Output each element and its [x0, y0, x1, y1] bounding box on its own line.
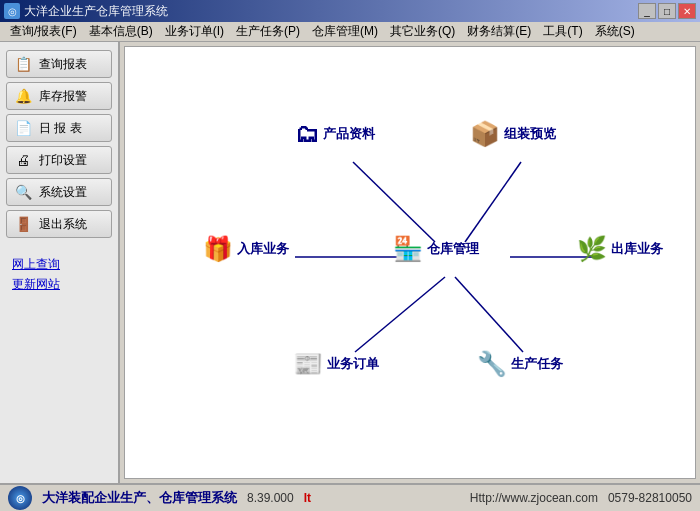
status-bar: ◎ 大洋装配企业生产、仓库管理系统 8.39.000 It Http://www…	[0, 483, 700, 511]
outbound-ops-icon: 🌿	[577, 237, 607, 261]
menu-item[interactable]: 业务订单(I)	[159, 21, 230, 42]
warehouse-mgmt-icon: 🏪	[393, 237, 423, 261]
svg-line-4	[355, 277, 445, 352]
status-it: It	[304, 491, 311, 505]
sidebar-link-update-site[interactable]: 更新网站	[12, 274, 106, 294]
status-version: 8.39.000	[247, 491, 294, 505]
query-report-label: 查询报表	[39, 56, 87, 73]
title-bar: ◎ 大洋企业生产仓库管理系统 _ □ ✕	[0, 0, 700, 22]
system-settings-label: 系统设置	[39, 184, 87, 201]
status-phone: 0579-82810050	[608, 491, 692, 505]
node-production-task[interactable]: 🔧 生产任务	[477, 352, 563, 376]
inventory-alert-label: 库存报警	[39, 88, 87, 105]
svg-line-0	[353, 162, 435, 242]
minimize-button[interactable]: _	[638, 3, 656, 19]
production-task-label: 生产任务	[511, 355, 563, 373]
node-assembly-preview[interactable]: 📦 组装预览	[470, 122, 556, 146]
sidebar-btn-daily-report[interactable]: 📄日 报 表	[6, 114, 112, 142]
exit-system-label: 退出系统	[39, 216, 87, 233]
node-inbound-ops[interactable]: 🎁 入库业务	[203, 237, 289, 261]
app-icon: ◎	[4, 3, 20, 19]
sidebar-btn-print-settings[interactable]: 🖨打印设置	[6, 146, 112, 174]
assembly-preview-icon: 📦	[470, 122, 500, 146]
node-outbound-ops[interactable]: 🌿 出库业务	[577, 237, 663, 261]
window-controls: _ □ ✕	[638, 3, 696, 19]
node-warehouse-mgmt[interactable]: 🏪 仓库管理	[393, 237, 479, 261]
sidebar-btn-system-settings[interactable]: 🔍系统设置	[6, 178, 112, 206]
sidebar-links: 网上查询更新网站	[6, 250, 112, 298]
sidebar: 📋查询报表🔔库存报警📄日 报 表🖨打印设置🔍系统设置🚪退出系统网上查询更新网站	[0, 42, 120, 483]
menu-item[interactable]: 查询/报表(F)	[4, 21, 83, 42]
sidebar-btn-query-report[interactable]: 📋查询报表	[6, 50, 112, 78]
diagram-panel: 🗂 产品资料 📦 组装预览 🏪 仓库管理 🎁 入库业务 🌿 出库业务 📰 业务订…	[124, 46, 696, 479]
status-logo: ◎	[8, 486, 32, 510]
production-task-icon: 🔧	[477, 352, 507, 376]
print-settings-label: 打印设置	[39, 152, 87, 169]
diagram-lines	[125, 47, 695, 478]
product-info-label: 产品资料	[323, 125, 375, 143]
status-url: Http://www.zjocean.com	[470, 491, 598, 505]
system-settings-icon: 🔍	[13, 183, 33, 201]
menu-item[interactable]: 财务结算(E)	[461, 21, 537, 42]
svg-line-5	[455, 277, 523, 352]
maximize-button[interactable]: □	[658, 3, 676, 19]
menu-item[interactable]: 仓库管理(M)	[306, 21, 384, 42]
inbound-ops-label: 入库业务	[237, 240, 289, 258]
node-business-order[interactable]: 📰 业务订单	[293, 352, 379, 376]
menu-bar: 查询/报表(F)基本信息(B)业务订单(I)生产任务(P)仓库管理(M)其它业务…	[0, 22, 700, 42]
business-order-icon: 📰	[293, 352, 323, 376]
menu-item[interactable]: 系统(S)	[589, 21, 641, 42]
title-text: 大洋企业生产仓库管理系统	[24, 3, 168, 20]
product-info-icon: 🗂	[295, 122, 319, 146]
inbound-ops-icon: 🎁	[203, 237, 233, 261]
close-button[interactable]: ✕	[678, 3, 696, 19]
sidebar-btn-inventory-alert[interactable]: 🔔库存报警	[6, 82, 112, 110]
sidebar-link-online-query[interactable]: 网上查询	[12, 254, 106, 274]
business-order-label: 业务订单	[327, 355, 379, 373]
menu-item[interactable]: 生产任务(P)	[230, 21, 306, 42]
daily-report-label: 日 报 表	[39, 120, 82, 137]
exit-system-icon: 🚪	[13, 215, 33, 233]
warehouse-mgmt-label: 仓库管理	[427, 240, 479, 258]
daily-report-icon: 📄	[13, 119, 33, 137]
print-settings-icon: 🖨	[13, 151, 33, 169]
main-content: 📋查询报表🔔库存报警📄日 报 表🖨打印设置🔍系统设置🚪退出系统网上查询更新网站 …	[0, 42, 700, 483]
svg-line-1	[465, 162, 521, 242]
outbound-ops-label: 出库业务	[611, 240, 663, 258]
menu-item[interactable]: 工具(T)	[537, 21, 588, 42]
node-product-info[interactable]: 🗂 产品资料	[295, 122, 375, 146]
assembly-preview-label: 组装预览	[504, 125, 556, 143]
query-report-icon: 📋	[13, 55, 33, 73]
status-text: 大洋装配企业生产、仓库管理系统	[42, 489, 237, 507]
menu-item[interactable]: 其它业务(Q)	[384, 21, 461, 42]
sidebar-btn-exit-system[interactable]: 🚪退出系统	[6, 210, 112, 238]
inventory-alert-icon: 🔔	[13, 87, 33, 105]
menu-item[interactable]: 基本信息(B)	[83, 21, 159, 42]
